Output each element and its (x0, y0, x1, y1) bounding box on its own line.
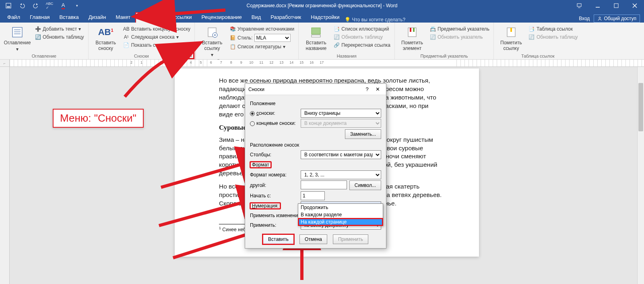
tab-mailings[interactable]: Рассылки (163, 12, 196, 23)
dropdown-option-selected[interactable]: На каждой странице (298, 218, 383, 226)
footnotes-dialog-launcher[interactable]: ↘ (188, 53, 194, 58)
dropdown-option[interactable]: Продолжить (298, 204, 383, 211)
update-index-button[interactable]: 🔄Обновить указатель (429, 33, 490, 41)
add-text-button[interactable]: ➕Добавить текст ▾ (34, 25, 85, 33)
insert-toa-button[interactable]: 📑Таблица ссылок (528, 25, 579, 33)
columns-label: Столбцы: (250, 152, 297, 158)
manage-sources-button[interactable]: 📚Управление источниками (229, 25, 295, 33)
custom-mark-label: другой: (250, 182, 297, 188)
redo-icon[interactable] (31, 1, 41, 10)
radio-icon (250, 111, 255, 116)
update-tof-button[interactable]: 🔄Обновить таблицу (332, 33, 391, 41)
update-index-icon: 🔄 (429, 34, 436, 40)
tab-addins[interactable]: Надстройки (306, 12, 344, 23)
apply-button[interactable]: Применить (333, 234, 368, 244)
update-toa-button[interactable]: 🔄Обновить таблицу (528, 33, 579, 41)
cross-reference-button[interactable]: 🔗Перекрестная ссылка (332, 41, 391, 49)
next-footnote-button[interactable]: A¹Следующая сноска ▾ (122, 33, 191, 41)
tab-layout[interactable]: Макет (111, 12, 135, 23)
numbering-dropdown-list[interactable]: Продолжить В каждом разделе На каждой ст… (298, 203, 383, 226)
tell-me[interactable]: 💡 Что вы хотите сделать? (345, 17, 406, 23)
footnote-number: 1 (219, 226, 221, 230)
insert-index-button[interactable]: 📇Предметный указатель (429, 25, 490, 33)
footnotes-location-select[interactable]: Внизу страницы (301, 109, 381, 118)
style-icon: 📔 (229, 35, 236, 41)
cancel-button[interactable]: Отмена (299, 234, 327, 244)
save-icon[interactable] (3, 1, 14, 10)
tab-review[interactable]: Рецензирование (196, 12, 246, 23)
citation-style-row[interactable]: 📔Стиль: MLA (229, 33, 295, 42)
spellcheck-icon[interactable]: ABC✓ (44, 1, 55, 10)
tof-label: Список иллюстраций (341, 26, 389, 32)
ribbon-options-icon[interactable] (570, 0, 588, 11)
citation-style-select[interactable]: MLA (254, 34, 291, 42)
update-toa-icon: 🔄 (528, 34, 535, 40)
tab-file[interactable]: Файл (2, 12, 25, 23)
group-toc-label: Оглавление (3, 53, 85, 59)
minimize-icon[interactable] (588, 0, 607, 11)
radio-endnotes[interactable]: концевые сноски: (250, 120, 297, 126)
start-at-input[interactable] (301, 191, 325, 200)
columns-select[interactable]: В соответствии с макетом раздела (301, 150, 381, 159)
share-button[interactable]: Общий доступ (594, 15, 640, 23)
share-label: Общий доступ (604, 16, 636, 21)
group-index-label: Предметный указатель (398, 53, 490, 59)
sign-in-link[interactable]: Вход (579, 16, 590, 21)
vertical-ruler[interactable] (0, 67, 10, 284)
tab-references[interactable]: Ссылки (135, 12, 163, 23)
bibliography-button[interactable]: 📋Список литературы ▾ (229, 43, 295, 50)
update-toc-icon: 🔄 (35, 34, 41, 40)
undo-icon[interactable] (17, 1, 27, 10)
share-icon (597, 16, 602, 21)
symbol-button[interactable]: Символ... (349, 180, 381, 190)
update-toc-button[interactable]: 🔄Обновить таблицу (34, 33, 85, 41)
svg-rect-11 (410, 28, 411, 32)
manage-sources-icon: 📚 (229, 26, 236, 32)
mark-entry-icon (405, 25, 419, 39)
insert-endnote-button[interactable]: ABВставить концевую сноску (122, 25, 191, 33)
section-layout: Расположение сносок (250, 142, 381, 148)
dialog-titlebar[interactable]: Сноски ? ✕ (245, 84, 386, 95)
horizontal-ruler[interactable]: ⌐ 2 1 1 2 3 4 5 (0, 60, 644, 67)
insert-caption-label: Вставить название (302, 40, 330, 51)
style-label: Стиль: (237, 35, 252, 41)
toc-button[interactable]: Оглавление▾ (3, 24, 31, 52)
insert-button[interactable]: Вставить (263, 234, 294, 244)
svg-rect-10 (408, 28, 416, 37)
insert-index-label: Предметный указатель (438, 26, 489, 32)
radio-endnotes-label: концевые сноски: (256, 120, 296, 126)
dialog-help-icon[interactable]: ? (362, 86, 372, 92)
format-highlight: Формат (250, 162, 271, 168)
tab-insert[interactable]: Вставка (54, 12, 83, 23)
custom-mark-input[interactable] (301, 180, 347, 189)
qat-customize-icon[interactable]: ▾ (72, 1, 82, 10)
insert-index-icon: 📇 (429, 26, 436, 32)
radio-footnotes[interactable]: ссноски: (250, 110, 297, 116)
mark-citation-label: Пометить ссылку (497, 40, 525, 51)
tab-view[interactable]: Вид (247, 12, 266, 23)
close-icon[interactable] (625, 0, 644, 11)
insert-footnote-button[interactable]: AB1 Вставить сноску (92, 24, 120, 51)
vertical-scrollbar[interactable] (637, 67, 644, 284)
table-of-figures-button[interactable]: 📑Список иллюстраций (332, 25, 391, 33)
number-format-select[interactable]: 1, 2, 3, ... (301, 170, 381, 179)
mark-citation-button[interactable]: Пометить ссылку (497, 24, 525, 51)
endnotes-location-select[interactable]: В конце документа (301, 119, 381, 128)
tab-design[interactable]: Дизайн (84, 12, 111, 23)
toc-label: Оглавление (4, 40, 31, 46)
manage-sources-label: Управление источниками (237, 26, 294, 32)
insert-citation-label: Вставить ссылку (198, 40, 226, 51)
replace-button[interactable]: Заменить... (345, 129, 381, 139)
font-color-icon[interactable]: A (58, 1, 68, 10)
mark-entry-button[interactable]: Пометить элемент (398, 24, 426, 51)
dropdown-option[interactable]: В каждом разделе (298, 211, 383, 218)
ribbon-tabs: Файл Главная Вставка Дизайн Макет Ссылки… (0, 11, 644, 23)
tab-home[interactable]: Главная (25, 12, 54, 23)
show-notes-button[interactable]: 📄Показать сноски (122, 41, 191, 49)
svg-rect-12 (413, 28, 415, 32)
tab-developer[interactable]: Разработчик (266, 12, 306, 23)
insert-caption-button[interactable]: Вставить название (302, 24, 330, 51)
maximize-icon[interactable] (607, 0, 625, 11)
insert-citation-button[interactable]: Вставить ссылку▾ (198, 24, 226, 58)
dialog-close-icon[interactable]: ✕ (372, 86, 383, 92)
